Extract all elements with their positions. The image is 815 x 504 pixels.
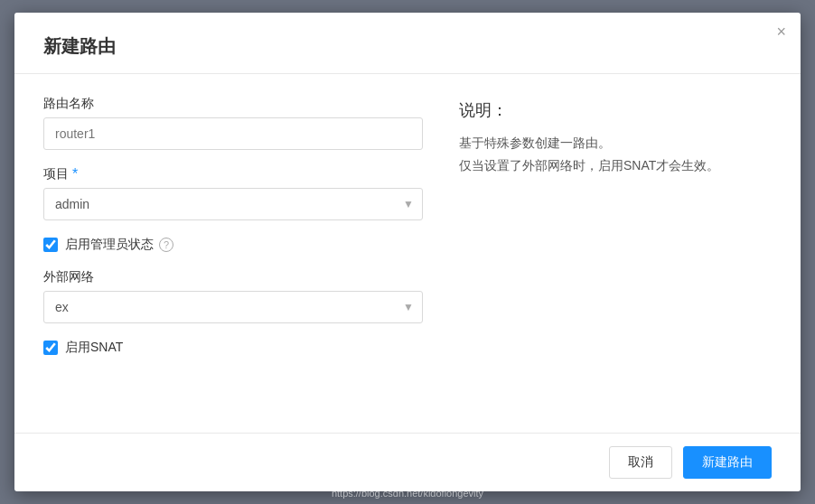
submit-button[interactable]: 新建路由 xyxy=(683,446,772,479)
snat-row: 启用SNAT xyxy=(43,340,423,356)
external-network-select-wrapper: ex ▼ xyxy=(43,291,423,323)
info-line1: 基于特殊参数创建一路由。 xyxy=(459,132,772,154)
snat-checkbox[interactable] xyxy=(43,341,58,355)
form-section: 路由名称 项目 * admin ▼ 启 xyxy=(43,96,423,411)
project-label: 项目 * xyxy=(43,166,423,182)
info-title: 说明： xyxy=(459,99,772,121)
external-network-select[interactable]: ex xyxy=(43,291,423,323)
dialog-body: 路由名称 项目 * admin ▼ 启 xyxy=(14,74,801,433)
required-star: * xyxy=(72,166,78,182)
admin-state-checkbox[interactable] xyxy=(43,238,58,252)
close-button[interactable]: × xyxy=(776,23,786,40)
project-group: 项目 * admin ▼ xyxy=(43,166,423,220)
cancel-button[interactable]: 取消 xyxy=(609,446,672,479)
info-line2: 仅当设置了外部网络时，启用SNAT才会生效。 xyxy=(459,154,772,177)
admin-state-label[interactable]: 启用管理员状态 ? xyxy=(65,237,173,253)
project-select[interactable]: admin xyxy=(43,188,423,220)
watermark: https://blog.csdn.net/kidoflongevity xyxy=(332,488,483,499)
admin-state-row: 启用管理员状态 ? xyxy=(43,237,423,253)
dialog-title: 新建路由 xyxy=(14,13,801,74)
project-select-wrapper: admin ▼ xyxy=(43,188,423,220)
external-network-label: 外部网络 xyxy=(43,269,423,285)
create-router-dialog: × 新建路由 路由名称 项目 * admin ▼ xyxy=(14,13,801,491)
router-name-label: 路由名称 xyxy=(43,96,423,112)
admin-state-help-icon[interactable]: ? xyxy=(159,238,173,252)
dialog-footer: 取消 新建路由 xyxy=(14,433,801,491)
router-name-group: 路由名称 xyxy=(43,96,423,150)
router-name-input[interactable] xyxy=(43,117,423,150)
snat-label[interactable]: 启用SNAT xyxy=(65,340,123,356)
external-network-group: 外部网络 ex ▼ xyxy=(43,269,423,323)
info-section: 说明： 基于特殊参数创建一路由。 仅当设置了外部网络时，启用SNAT才会生效。 xyxy=(459,96,772,411)
